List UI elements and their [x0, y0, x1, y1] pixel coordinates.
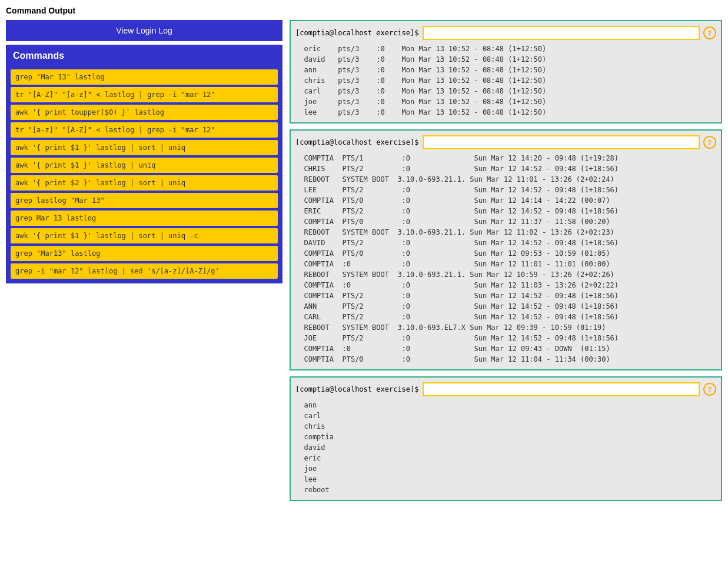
prompt-text-3: [comptia@localhost exercise]$ [295, 385, 419, 393]
terminal-output-3: ann carl chris comptia david eric joe le… [295, 400, 716, 495]
prompt-text-2: [comptia@localhost exercise]$ [295, 138, 419, 146]
terminal-prompt-row-1: [comptia@localhost exercise]$ ? [295, 26, 716, 40]
command-item-8[interactable]: grep Mar 13 lastlog [11, 211, 278, 226]
command-item-3[interactable]: tr "[a-z]" "[A-Z]" < lastlog | grep -i "… [11, 122, 278, 138]
help-icon-1[interactable]: ? [703, 26, 716, 39]
command-item-6[interactable]: awk '{ print $2 }' lastlog | sort | uniq [11, 175, 278, 191]
terminal-output-2: COMPTIA PTS/1 :0 Sun Mar 12 14:20 - 09:4… [295, 153, 716, 365]
command-item-10[interactable]: grep "Mar13" lastlog [11, 246, 278, 261]
command-item-7[interactable]: grep lastlog "Mar 13" [11, 193, 278, 208]
commands-header: Commands [7, 46, 281, 66]
command-item-2[interactable]: awk '{ print toupper($0) }' lastlog [11, 105, 278, 120]
terminal-prompt-row-2: [comptia@localhost exercise]$ ? [295, 135, 716, 149]
terminal-box-1: [comptia@localhost exercise]$ ? eric pts… [290, 20, 722, 123]
command-item-5[interactable]: awk '{ print $1 }' lastlog | uniq [11, 158, 278, 173]
command-item-9[interactable]: awk '{ print $1 }' lastlog | sort | uniq… [11, 228, 278, 243]
terminal-box-2: [comptia@localhost exercise]$ ? COMPTIA … [290, 129, 722, 370]
terminal-prompt-row-3: [comptia@localhost exercise]$ ? [295, 382, 716, 396]
commands-list: grep "Mar 13" lastlogtr "[A-Z]" "[a-z]" … [7, 66, 281, 282]
terminal-input-2[interactable] [423, 135, 700, 149]
left-panel: View Login Log Commands grep "Mar 13" la… [6, 20, 282, 283]
view-login-button[interactable]: View Login Log [6, 20, 282, 41]
terminal-input-3[interactable] [423, 382, 700, 396]
page-title: Command Output [6, 6, 722, 15]
terminal-input-1[interactable] [423, 26, 700, 40]
commands-box: Commands grep "Mar 13" lastlogtr "[A-Z]"… [6, 45, 282, 283]
command-item-0[interactable]: grep "Mar 13" lastlog [11, 69, 278, 85]
command-item-11[interactable]: grep -i "mar 12" lastlog | sed 's/[a-z]/… [11, 263, 278, 279]
right-panel: [comptia@localhost exercise]$ ? eric pts… [290, 20, 722, 501]
help-icon-3[interactable]: ? [703, 383, 716, 396]
prompt-text-1: [comptia@localhost exercise]$ [295, 29, 419, 37]
command-item-4[interactable]: awk '{ print $1 }' lastlog | sort | uniq [11, 140, 278, 155]
terminal-box-3: [comptia@localhost exercise]$ ? ann carl… [290, 376, 722, 501]
command-item-1[interactable]: tr "[A-Z]" "[a-z]" < lastlog | grep -i "… [11, 87, 278, 102]
help-icon-2[interactable]: ? [703, 136, 716, 149]
terminal-output-1: eric pts/3 :0 Mon Mar 13 10:52 - 08:48 (… [295, 44, 716, 118]
